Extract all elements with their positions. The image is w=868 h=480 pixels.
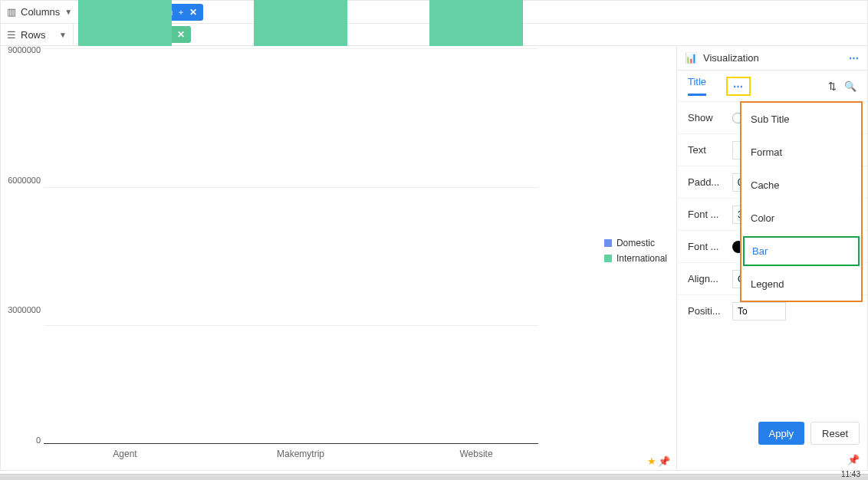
close-icon[interactable]: ✕ [189,7,197,18]
plus-icon[interactable]: ＋ [177,7,185,18]
panel-pin[interactable]: 📌 [677,452,867,470]
tab-more-button[interactable]: ⋯ [726,77,751,96]
legend-item-international[interactable]: International [604,253,667,264]
plot-area [44,46,538,444]
tab-menu-popup: Sub Title Format Cache Color Bar Legend [740,101,863,302]
bar-segment-international [254,0,347,46]
prop-label: Align... [688,273,726,284]
panel-buttons: Apply Reset [677,414,867,452]
pin-icon[interactable]: 📌 [658,455,670,467]
chart-icon: 📊 [685,52,697,64]
menu-item-subtitle[interactable]: Sub Title [741,103,861,136]
rows-text: Rows [21,29,46,41]
chevron-down-icon: ▼ [59,31,67,39]
viz-title: Visualization [703,52,759,64]
visualization-panel: 📊 Visualization ⋯ Title ⋯ ⇅ 🔍 Show Text … [677,46,868,471]
more-icon[interactable]: ⋯ [849,52,860,64]
legend-swatch [604,239,612,247]
columns-label[interactable]: ▥ Columns ▼ [1,1,79,23]
prop-label: Show [688,112,726,123]
close-icon[interactable]: ✕ [177,29,185,40]
y-tick: 0 [36,436,41,445]
bar-segment-international [78,0,172,46]
prop-label: Font ... [688,241,726,252]
legend-item-domestic[interactable]: Domestic [604,238,667,248]
legend: Domestic International [604,238,667,268]
chart-actions: ★ 📌 [647,455,670,467]
menu-item-bar[interactable]: Bar [743,236,860,266]
y-tick: 6000000 [8,176,41,185]
viz-tabs: Title ⋯ ⇅ 🔍 [677,71,867,101]
y-axis: 9000000 6000000 3000000 0 [1,46,44,444]
position-input[interactable] [732,302,786,321]
reset-button[interactable]: Reset [810,422,860,445]
menu-item-legend[interactable]: Legend [741,268,861,301]
x-label: Makemytrip [277,449,324,459]
menu-item-color[interactable]: Color [741,202,861,235]
tab-title[interactable]: Title [688,76,706,96]
y-tick: 9000000 [8,45,41,54]
taskbar [0,474,868,480]
chevron-down-icon: ▼ [64,8,72,16]
apply-button[interactable]: Apply [758,422,805,445]
y-tick: 3000000 [8,305,41,314]
prop-label: Positi... [688,305,726,317]
chart-area: 9000000 6000000 3000000 0 Agent [0,46,677,471]
x-label: Agent [113,449,136,459]
legend-label: International [616,253,667,264]
prop-label: Font ... [688,209,726,220]
prop-label: Text [688,144,726,156]
viz-header: 📊 Visualization ⋯ [677,46,867,71]
prop-label: Padd... [688,176,726,188]
clock: 11:43 [841,470,860,478]
bar-segment-international [429,0,523,46]
x-label: Website [459,449,492,459]
menu-item-format[interactable]: Format [741,136,861,169]
rows-label[interactable]: ☰ Rows ▼ [1,24,74,45]
search-icon[interactable]: 🔍 [844,81,856,92]
columns-icon: ▥ [7,6,16,18]
menu-item-cache[interactable]: Cache [741,169,861,202]
rows-icon: ☰ [7,29,16,41]
sort-icon[interactable]: ⇅ [828,81,837,92]
legend-label: Domestic [616,238,655,248]
columns-text: Columns [21,6,60,18]
star-icon[interactable]: ★ [647,455,656,467]
legend-swatch [604,255,612,262]
x-axis: Agent Makemytrip Website [44,444,538,470]
